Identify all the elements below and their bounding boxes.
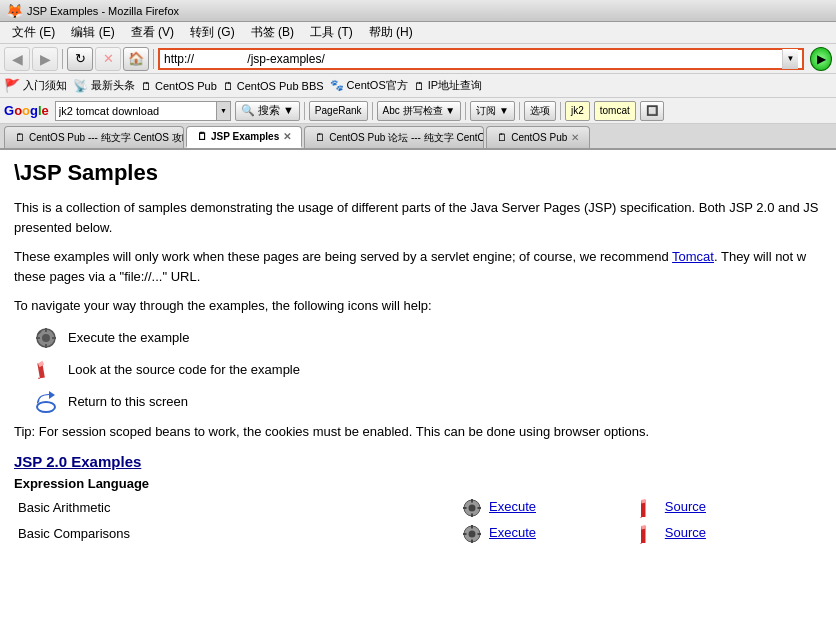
svg-rect-14 [471, 513, 473, 517]
bookmark-paw-icon: 🐾 [330, 79, 344, 92]
google-search-dropdown[interactable]: ▼ [216, 102, 230, 120]
execute-icon [34, 326, 58, 350]
jk2-button[interactable]: jk2 [565, 101, 590, 121]
reload-button[interactable]: ↻ [67, 47, 93, 71]
subsection-title-el: Expression Language [14, 476, 822, 491]
source-label: Look at the source code for the example [68, 362, 300, 377]
back-button[interactable]: ◀ [4, 47, 30, 71]
menu-bookmarks[interactable]: 书签 (B) [243, 22, 302, 43]
menu-tools[interactable]: 工具 (T) [302, 22, 361, 43]
svg-rect-13 [471, 499, 473, 503]
titlebar: 🦊 JSP Examples - Mozilla Firefox [0, 0, 836, 22]
menu-file[interactable]: 文件 (E) [4, 22, 63, 43]
menu-go[interactable]: 转到 (G) [182, 22, 243, 43]
window-title: JSP Examples - Mozilla Firefox [27, 5, 179, 17]
address-input[interactable] [164, 52, 782, 66]
svg-rect-16 [478, 507, 482, 509]
source-link-1[interactable]: Source [665, 499, 706, 514]
bookmark-intro[interactable]: 🚩 入门须知 [4, 78, 67, 93]
svg-rect-25 [478, 533, 482, 535]
options-button[interactable]: 选项 [524, 101, 556, 121]
bookmark-ip[interactable]: 🗒 IP地址查询 [414, 78, 482, 93]
spellcheck-button[interactable]: Abc 拼写检查 ▼ [377, 101, 462, 121]
highlight-toggle[interactable]: 🔲 [640, 101, 664, 121]
svg-rect-23 [471, 539, 473, 543]
intro-para-1: This is a collection of samples demonstr… [14, 198, 822, 237]
tab-centos-pub[interactable]: 🗒 CentOS Pub --- 纯文字 CentOS 攻略站 ✕ [4, 126, 184, 148]
execute-link-1[interactable]: Execute [489, 499, 536, 514]
bookmark-centos-official[interactable]: 🐾 CentOS官方 [330, 78, 408, 93]
tab-icon-3: 🗒 [315, 132, 325, 143]
google-search-button[interactable]: 🔍 搜索 ▼ [235, 101, 300, 121]
source-icon-row: Look at the source code for the example [34, 358, 822, 382]
bookmark-flag-icon: 🚩 [4, 78, 20, 93]
example-name-1: Basic Arithmetic [14, 495, 458, 521]
intro-para-3: To navigate your way through the example… [14, 296, 822, 316]
tab-jsp-examples[interactable]: 🗒 JSP Examples ✕ [186, 126, 302, 148]
svg-rect-5 [52, 337, 56, 339]
svg-point-12 [469, 504, 476, 511]
svg-rect-15 [463, 507, 467, 509]
stop-button[interactable]: ✕ [95, 47, 121, 71]
forward-button[interactable]: ▶ [32, 47, 58, 71]
return-icon [34, 390, 58, 414]
svg-rect-24 [463, 533, 467, 535]
example-name-2: Basic Comparisons [14, 521, 458, 547]
google-logo: Google [4, 103, 49, 118]
bookmark-news[interactable]: 📡 最新头条 [73, 78, 135, 93]
tab-close-2[interactable]: ✕ [283, 131, 291, 142]
bookmark-centos[interactable]: 🗒 CentOS Pub [141, 80, 217, 92]
svg-marker-17 [640, 517, 642, 518]
return-label: Return to this screen [68, 394, 188, 409]
tomcat-button[interactable]: tomcat [594, 101, 636, 121]
execute-cell-1: Execute [458, 495, 636, 521]
menu-help[interactable]: 帮助 (H) [361, 22, 421, 43]
intro-para-2: These examples will only work when these… [14, 247, 822, 286]
navbar: ◀ ▶ ↻ ✕ 🏠 ▼ ▶ [0, 44, 836, 74]
toolbar-sep-5 [560, 102, 561, 120]
svg-rect-3 [45, 344, 47, 348]
toolbar-sep-4 [519, 102, 520, 120]
section-title-jsp20: JSP 2.0 Examples [14, 453, 822, 470]
go-button[interactable]: ▶ [810, 47, 832, 71]
toolbar-sep-1 [304, 102, 305, 120]
execute-label: Execute the example [68, 330, 189, 345]
google-search-box: ▼ [55, 101, 231, 121]
address-dropdown[interactable]: ▼ [782, 49, 798, 69]
tab-icon-2: 🗒 [197, 131, 207, 142]
toolbar-sep-2 [372, 102, 373, 120]
subscribe-button[interactable]: 订阅 ▼ [470, 101, 515, 121]
tab-centos-pub-2[interactable]: 🗒 CentOS Pub ✕ [486, 126, 590, 148]
svg-point-10 [37, 402, 55, 412]
svg-rect-22 [471, 525, 473, 529]
table-row: Basic Arithmetic Execute [14, 495, 822, 521]
tab-centos-forum[interactable]: 🗒 CentOS Pub 论坛 --- 纯文字 CentOS ... ✕ [304, 126, 484, 148]
tip-text: Tip: For session scoped beans to work, t… [14, 424, 822, 439]
tomcat-link[interactable]: Tomcat [672, 249, 714, 264]
toolbar-sep-3 [465, 102, 466, 120]
bookmark-page-icon-1: 🗒 [141, 80, 152, 92]
tabs-bar: 🗒 CentOS Pub --- 纯文字 CentOS 攻略站 ✕ 🗒 JSP … [0, 124, 836, 150]
nav-separator-2 [153, 49, 154, 69]
menu-edit[interactable]: 编辑 (E) [63, 22, 122, 43]
source-cell-1: Source [636, 495, 822, 521]
menubar: 文件 (E) 编辑 (E) 查看 (V) 转到 (G) 书签 (B) 工具 (T… [0, 22, 836, 44]
google-search-input[interactable] [56, 102, 216, 120]
menu-view[interactable]: 查看 (V) [123, 22, 182, 43]
page-title: \JSP Samples [14, 160, 822, 186]
execute-link-2[interactable]: Execute [489, 525, 536, 540]
bookmark-page-icon-2: 🗒 [223, 80, 234, 92]
home-button[interactable]: 🏠 [123, 47, 149, 71]
pagerank-button[interactable]: PageRank [309, 101, 368, 121]
svg-point-1 [42, 334, 50, 342]
bookmark-centos-bbs[interactable]: 🗒 CentOS Pub BBS [223, 80, 324, 92]
tab-close-4[interactable]: ✕ [571, 132, 579, 143]
tab-label-2: JSP Examples [211, 131, 279, 142]
tab-label-1: CentOS Pub --- 纯文字 CentOS 攻略站 [29, 131, 184, 145]
address-bar: ▼ [158, 48, 804, 70]
tab-icon-4: 🗒 [497, 132, 507, 143]
return-icon-row: Return to this screen [34, 390, 822, 414]
source-link-2[interactable]: Source [665, 525, 706, 540]
bookmark-rss-icon: 📡 [73, 79, 88, 93]
svg-marker-26 [640, 543, 642, 544]
